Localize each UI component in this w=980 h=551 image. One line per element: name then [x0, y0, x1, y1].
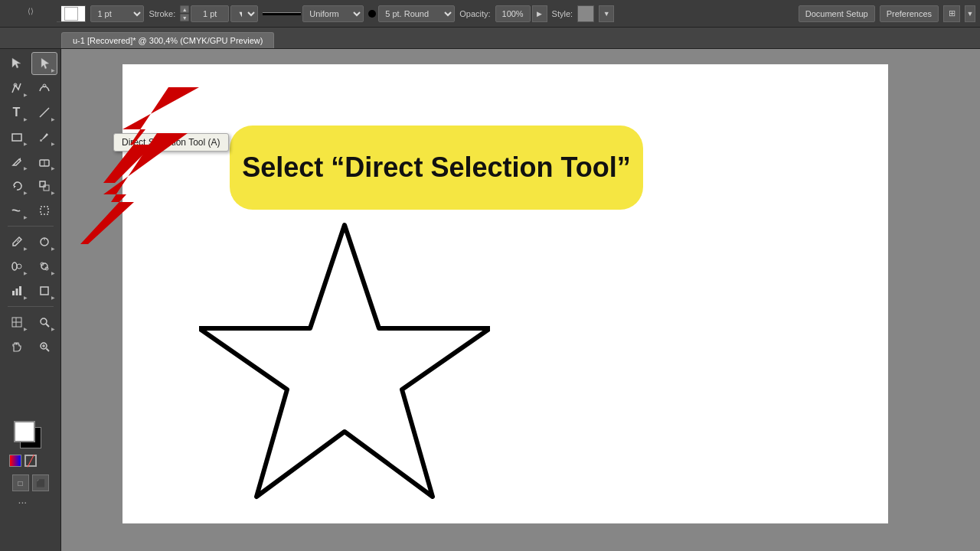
slice-tool-button[interactable]: ▶	[4, 311, 30, 334]
svg-line-26	[46, 324, 49, 327]
zoom-tool-button[interactable]: ▶	[31, 311, 57, 334]
pattern-btn[interactable]	[40, 455, 52, 467]
instruction-box: Select “Direct Selection Tool”	[230, 126, 643, 210]
style-label: Style:	[552, 9, 573, 18]
stroke-style-select[interactable]: Uniform	[302, 5, 364, 22]
eyedrop-tools-row: ▶ ▶	[4, 230, 57, 253]
svg-point-14	[17, 264, 21, 269]
opacity-group: ▶	[495, 5, 547, 22]
zoom2-tool-button[interactable]	[31, 335, 57, 358]
free-transform-button[interactable]	[31, 199, 57, 222]
svg-rect-7	[40, 181, 45, 187]
warp-tools-row: ▶	[4, 199, 57, 222]
nav-tools-row	[4, 335, 57, 358]
more-row: ···	[18, 496, 43, 513]
brush-group: 5 pt. Round	[368, 5, 455, 22]
graph-tools-row: ▶ ▶	[4, 279, 57, 302]
blend-tools-row: ▶ ▶	[4, 255, 57, 278]
stroke-preview	[263, 12, 301, 15]
tooltip-text: Direct Selection Tool (A)	[122, 137, 220, 148]
none-color-btn[interactable]: ╱	[24, 455, 37, 467]
paintbrush-tool-button[interactable]: ▶	[31, 126, 57, 148]
style-dropdown[interactable]: ▼	[599, 5, 614, 22]
stroke-input[interactable]	[191, 5, 229, 22]
screen-mode-row: □ ⬛	[12, 474, 49, 491]
type-tools-row: T ▶ ▶	[4, 101, 57, 124]
svg-rect-8	[44, 185, 49, 191]
artboard-tool-button[interactable]: ▶	[31, 279, 57, 302]
main-area: ▶ ▶ T ▶ ▶	[0, 49, 980, 551]
svg-point-13	[12, 262, 17, 270]
tools-panel: ▶ ▶ T ▶ ▶	[0, 49, 61, 551]
selection-tool-button[interactable]	[4, 52, 30, 75]
stroke-spinner[interactable]: ▲ ▼	[180, 5, 189, 21]
svg-rect-21	[41, 287, 48, 295]
stroke-spinner-group: ▲ ▼ ▼	[180, 5, 258, 22]
rectangle-tool-button[interactable]: ▶	[4, 126, 30, 148]
opacity-label: Opacity:	[459, 9, 490, 18]
type-tool-button[interactable]: T ▶	[4, 101, 30, 124]
svg-line-28	[46, 349, 49, 352]
graph-tool-button[interactable]: ▶	[4, 279, 30, 302]
direct-selection-tool-button[interactable]: ▶	[31, 52, 57, 75]
line-tool-button[interactable]: ▶	[31, 101, 57, 124]
stroke-up[interactable]: ▲	[180, 5, 189, 13]
svg-point-15	[41, 263, 47, 269]
stroke-style-group: Uniform	[263, 5, 364, 22]
stroke-weight-select[interactable]: 1 pt	[90, 5, 144, 22]
more-tools-btn[interactable]: ···	[18, 496, 43, 513]
pencil-tools-row: ▶ ▶	[4, 150, 57, 173]
color-swatches	[11, 418, 51, 452]
tools-bottom-area: □ ⬛ ···	[0, 474, 60, 513]
stroke-label: Stroke:	[149, 9, 175, 18]
tab-bar: ⟨⟩ u-1 [Recovered]* @ 300,4% (CMYK/GPU P…	[0, 28, 980, 49]
fill-swatch[interactable]	[57, 5, 86, 22]
canvas-area: Select “Direct Selection Tool” Direct Se…	[61, 49, 980, 551]
brush-dot	[368, 10, 376, 18]
foreground-swatch[interactable]	[14, 421, 35, 442]
blend-tool-button[interactable]: ▶	[4, 255, 30, 278]
measure-tool-button[interactable]: ▶	[31, 230, 57, 253]
slice-tools-row: ▶ ▶	[4, 311, 57, 334]
svg-point-25	[41, 318, 47, 324]
top-toolbar: No Selection 1 pt Stroke: ▲ ▼ ▼ Uniform …	[0, 0, 980, 28]
opacity-input[interactable]	[495, 5, 531, 22]
svg-rect-9	[41, 207, 48, 214]
pen-tool-button[interactable]: ▶	[4, 77, 30, 99]
opacity-arrow[interactable]: ▶	[532, 5, 547, 22]
rotate-tools-row: ▶ ▶	[4, 174, 57, 197]
symbol-tool-button[interactable]: ▶	[31, 255, 57, 278]
color-gradient-btn[interactable]	[9, 455, 21, 467]
panel-arrow-icon[interactable]: ▼	[965, 5, 975, 22]
tools-divider-2	[8, 306, 54, 307]
svg-rect-20	[19, 286, 21, 295]
mask-mode-btn[interactable]: ⬛	[32, 474, 49, 491]
rotate-tool-button[interactable]: ▶	[4, 174, 30, 197]
arrange-icon[interactable]: ⊞	[943, 5, 960, 22]
svg-rect-3	[12, 134, 21, 141]
canvas-document: Select “Direct Selection Tool”	[122, 64, 888, 523]
panel-collapse[interactable]: ⟨⟩	[0, 0, 61, 21]
eraser-tool-button[interactable]: ▶	[31, 150, 57, 173]
selection-tools-row: ▶	[4, 52, 57, 75]
style-swatch[interactable]	[577, 5, 594, 22]
main-tab[interactable]: u-1 [Recovered]* @ 300,4% (CMYK/GPU Prev…	[61, 32, 274, 48]
warp-tool-button[interactable]: ▶	[4, 199, 30, 222]
scale-tool-button[interactable]: ▶	[31, 174, 57, 197]
normal-mode-btn[interactable]: □	[12, 474, 29, 491]
stroke-unit-select[interactable]: ▼	[230, 5, 258, 22]
pencil-tool-button[interactable]: ▶	[4, 150, 30, 173]
tooltip-box: Direct Selection Tool (A)	[113, 133, 229, 152]
document-setup-button[interactable]: Document Setup	[799, 5, 875, 22]
preferences-button[interactable]: Preferences	[880, 5, 939, 22]
hand-tool-button[interactable]	[4, 335, 30, 358]
svg-line-2	[40, 108, 49, 117]
color-area: ╱	[0, 418, 60, 467]
eyedropper-tool-button[interactable]: ▶	[4, 230, 30, 253]
svg-point-4	[40, 139, 42, 142]
curvature-tool-button[interactable]	[31, 77, 57, 99]
star-shape	[199, 217, 490, 551]
brush-select[interactable]: 5 pt. Round	[378, 5, 455, 22]
color-mode-row: ╱	[9, 455, 52, 467]
stroke-down[interactable]: ▼	[180, 14, 189, 21]
